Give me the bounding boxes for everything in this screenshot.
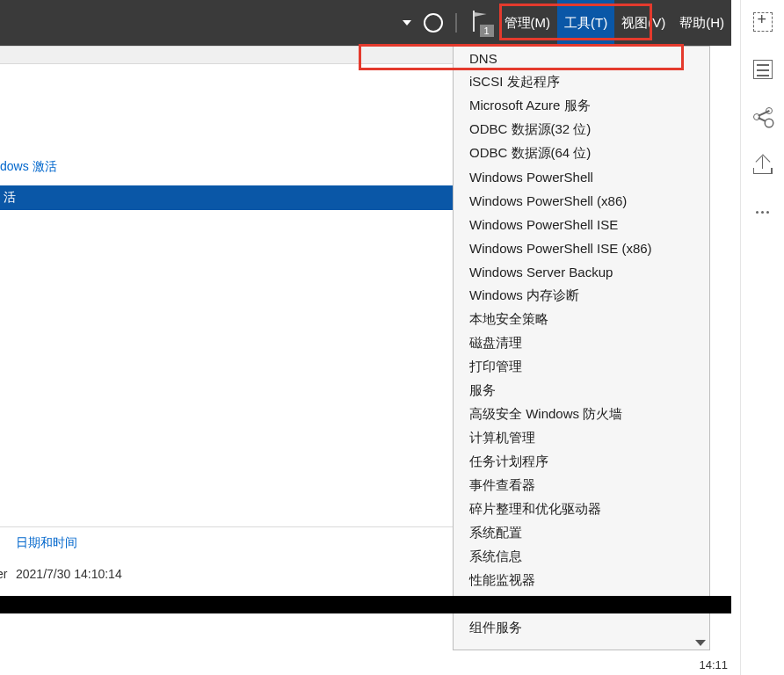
right-action-sidebar bbox=[740, 0, 784, 675]
date-time-value: 2021/7/30 14:10:14 bbox=[16, 567, 122, 581]
tools-menu-item[interactable]: iSCSI 发起程序 bbox=[454, 70, 709, 94]
content-spacer bbox=[0, 47, 453, 64]
tools-menu-item[interactable]: Windows Server Backup bbox=[454, 260, 709, 284]
menu-help[interactable]: 帮助(H) bbox=[672, 0, 731, 46]
tools-menu-item[interactable]: 事件查看器 bbox=[454, 474, 709, 497]
scroll-down-icon[interactable] bbox=[695, 640, 706, 646]
tools-menu-item[interactable]: Windows PowerShell ISE bbox=[454, 213, 709, 236]
tools-menu-item[interactable]: DNS bbox=[454, 47, 709, 70]
tools-menu-item[interactable]: Windows PowerShell (x86) bbox=[454, 189, 709, 213]
tools-menu-item[interactable]: 计算机管理 bbox=[454, 426, 709, 450]
content-pane: dows 激活 活 日期和时间 er 2021/7/30 14:10:14 bbox=[0, 46, 453, 675]
tools-menu-item[interactable]: 组件服务 bbox=[454, 616, 709, 640]
menu-tools[interactable]: 工具(T) bbox=[557, 0, 614, 46]
list-icon[interactable] bbox=[753, 60, 773, 79]
selected-row-label: 活 bbox=[4, 190, 16, 206]
taskbar-strip bbox=[0, 596, 731, 613]
tools-menu-item[interactable]: 打印管理 bbox=[454, 355, 709, 379]
tools-menu-item[interactable]: ODBC 数据源(64 位) bbox=[454, 142, 709, 165]
date-time-link[interactable]: 日期和时间 bbox=[16, 535, 77, 551]
divider bbox=[0, 526, 453, 527]
tools-menu-item[interactable]: 磁盘清理 bbox=[454, 331, 709, 355]
notification-badge: 1 bbox=[480, 25, 494, 37]
tools-menu-item[interactable]: 高级安全 Windows 防火墙 bbox=[454, 403, 709, 426]
tools-menu-item[interactable]: Windows PowerShell ISE (x86) bbox=[454, 236, 709, 260]
tools-menu-item[interactable]: 性能监视器 bbox=[454, 569, 709, 592]
dropdown-caret-icon[interactable] bbox=[403, 20, 411, 25]
tools-dropdown-menu: DNSiSCSI 发起程序Microsoft Azure 服务ODBC 数据源(… bbox=[453, 46, 710, 650]
tools-menu-item[interactable]: Windows 内存诊断 bbox=[454, 284, 709, 308]
tools-menu-item[interactable]: Microsoft Azure 服务 bbox=[454, 94, 709, 118]
tools-menu-item[interactable]: 系统信息 bbox=[454, 545, 709, 569]
separator bbox=[455, 13, 457, 33]
windows-activate-link[interactable]: dows 激活 bbox=[0, 159, 57, 175]
menu-manage[interactable]: 管理(M) bbox=[497, 0, 558, 46]
share-icon[interactable] bbox=[753, 107, 773, 127]
text-fragment: er bbox=[0, 567, 7, 581]
tools-menu-item[interactable]: 服务 bbox=[454, 379, 709, 403]
flag-icon bbox=[473, 11, 475, 32]
refresh-button[interactable] bbox=[417, 0, 450, 46]
tools-menu-item[interactable]: 系统配置 bbox=[454, 521, 709, 545]
selected-row[interactable]: 活 bbox=[0, 185, 453, 210]
more-icon[interactable] bbox=[753, 202, 773, 221]
refresh-icon bbox=[424, 13, 443, 33]
tools-menu-item[interactable]: 任务计划程序 bbox=[454, 450, 709, 474]
notifications-button[interactable]: 1 bbox=[462, 0, 497, 46]
tools-menu-item[interactable]: Windows PowerShell bbox=[454, 165, 709, 189]
clock: 14:11 bbox=[699, 658, 728, 671]
menu-view[interactable]: 视图(V) bbox=[614, 0, 672, 46]
tools-menu-item[interactable]: ODBC 数据源(32 位) bbox=[454, 118, 709, 142]
server-manager-topbar: 1 管理(M) 工具(T) 视图(V) 帮助(H) bbox=[0, 0, 731, 46]
export-icon[interactable] bbox=[753, 155, 773, 174]
tools-menu-item[interactable]: 碎片整理和优化驱动器 bbox=[454, 497, 709, 521]
tools-menu-item[interactable]: 本地安全策略 bbox=[454, 308, 709, 331]
add-icon[interactable] bbox=[753, 12, 773, 32]
